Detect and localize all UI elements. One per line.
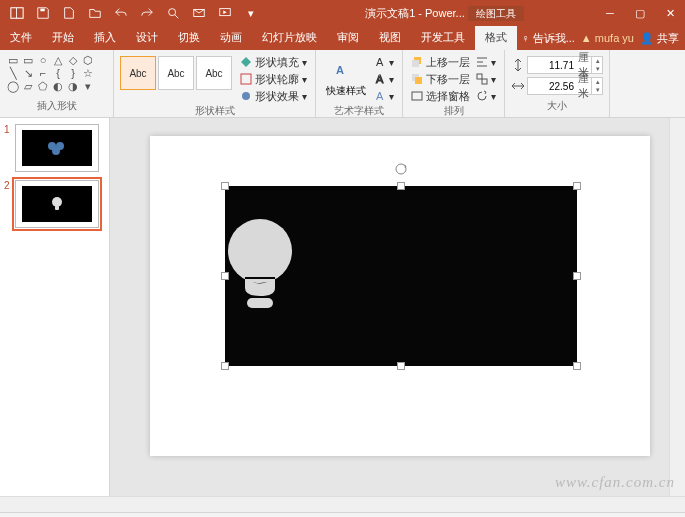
tab-insert[interactable]: 插入 (84, 26, 126, 50)
svg-rect-2 (40, 9, 44, 12)
style-preset-3[interactable]: Abc (196, 56, 232, 90)
svg-point-7 (242, 92, 250, 100)
height-input[interactable]: 厘米▴▾ (527, 56, 603, 74)
start-slideshow-icon[interactable] (212, 0, 238, 26)
maximize-icon[interactable]: ▢ (625, 0, 655, 26)
new-icon[interactable] (56, 0, 82, 26)
lightbulb-icon (225, 216, 295, 316)
workspace: 1 2 (0, 118, 685, 496)
text-outline-icon[interactable]: A▾ (372, 71, 396, 87)
rotate-icon[interactable]: ▾ (474, 88, 498, 104)
style-preset-1[interactable]: Abc (120, 56, 156, 90)
vertical-scrollbar[interactable] (669, 118, 685, 496)
svg-text:A: A (376, 56, 384, 68)
send-backward-button[interactable]: 下移一层 (409, 71, 472, 87)
group-icon[interactable]: ▾ (474, 71, 498, 87)
resize-handle[interactable] (397, 362, 405, 370)
resize-handle[interactable] (397, 182, 405, 190)
status-bar: 幻灯片 第 2 张，共 2 张 "Office 主题" 中文(中国) ≣ 备注 … (0, 512, 685, 517)
contextual-tab-label: 绘图工具 (468, 6, 524, 21)
tab-animations[interactable]: 动画 (210, 26, 252, 50)
svg-point-22 (52, 197, 62, 207)
width-icon (511, 79, 525, 93)
ribbon: ▭▭○△◇⬡ ╲↘⌐{}☆ ◯▱⬠◐◑▾ 插入形状 Abc Abc Abc 形状… (0, 50, 685, 118)
shape-outline-button[interactable]: 形状轮廓 ▾ (238, 71, 309, 87)
shapes-gallery[interactable]: ▭▭○△◇⬡ ╲↘⌐{}☆ ◯▱⬠◐◑▾ (6, 52, 95, 92)
style-preset-2[interactable]: Abc (158, 56, 194, 90)
print-preview-icon[interactable] (160, 0, 186, 26)
slide-thumbnail-1[interactable] (15, 124, 99, 172)
close-icon[interactable]: ✕ (655, 0, 685, 26)
slide-thumbnails: 1 2 (0, 118, 110, 496)
rotate-handle[interactable] (394, 162, 408, 176)
tab-review[interactable]: 审阅 (327, 26, 369, 50)
shape-effects-button[interactable]: 形状效果 ▾ (238, 88, 309, 104)
svg-text:A: A (376, 73, 384, 85)
selection-pane-button[interactable]: 选择窗格 (409, 88, 472, 104)
svg-point-3 (169, 9, 176, 16)
group-arrange: 上移一层 下移一层 选择窗格 ▾ ▾ ▾ 排列 (403, 50, 505, 117)
tab-format[interactable]: 格式 (475, 26, 517, 50)
svg-text:A: A (336, 64, 344, 76)
svg-rect-26 (247, 298, 273, 308)
resize-handle[interactable] (221, 362, 229, 370)
shape-fill-button[interactable]: 形状填充 ▾ (238, 54, 309, 70)
thumb-number: 1 (4, 124, 12, 172)
ribbon-tabs: 文件 开始 插入 设计 切换 动画 幻灯片放映 审阅 视图 开发工具 格式 ♀ … (0, 26, 685, 50)
slide[interactable] (150, 136, 650, 456)
tab-transitions[interactable]: 切换 (168, 26, 210, 50)
group-insert-shapes: ▭▭○△◇⬡ ╲↘⌐{}☆ ◯▱⬠◐◑▾ 插入形状 (0, 50, 114, 117)
group-wordart-styles: A 快速样式 A▾ A▾ A▾ 艺术字样式 (316, 50, 403, 117)
resize-handle[interactable] (573, 182, 581, 190)
thumb-number: 2 (4, 180, 12, 228)
svg-text:A: A (376, 90, 384, 102)
group-label: 插入形状 (6, 99, 107, 115)
minimize-icon[interactable]: ─ (595, 0, 625, 26)
svg-point-25 (228, 219, 292, 283)
horizontal-scrollbar[interactable] (0, 496, 685, 512)
svg-point-21 (52, 147, 60, 155)
svg-rect-6 (241, 74, 251, 84)
bring-forward-button[interactable]: 上移一层 (409, 54, 472, 70)
group-label: 大小 (511, 99, 603, 115)
text-effects-icon[interactable]: A▾ (372, 88, 396, 104)
svg-rect-17 (477, 74, 482, 79)
quick-styles-button[interactable]: A 快速样式 (322, 52, 370, 100)
tab-file[interactable]: 文件 (0, 26, 42, 50)
slide-thumbnail-2[interactable] (15, 180, 99, 228)
qat-more-icon[interactable]: ▾ (238, 0, 264, 26)
open-icon[interactable] (82, 0, 108, 26)
tab-slideshow[interactable]: 幻灯片放映 (252, 26, 327, 50)
resize-handle[interactable] (573, 362, 581, 370)
tab-devtools[interactable]: 开发工具 (411, 26, 475, 50)
tab-design[interactable]: 设计 (126, 26, 168, 50)
svg-rect-15 (415, 77, 422, 84)
svg-rect-1 (16, 8, 17, 19)
svg-rect-23 (55, 206, 59, 210)
resize-handle[interactable] (573, 272, 581, 280)
width-input[interactable]: 厘米▴▾ (527, 77, 603, 95)
group-size: 厘米▴▾ 厘米▴▾ 大小 (505, 50, 610, 117)
app-icon[interactable] (4, 0, 30, 26)
resize-handle[interactable] (221, 182, 229, 190)
watermark: www.cfan.com.cn (555, 474, 675, 491)
svg-rect-18 (482, 79, 487, 84)
tell-me[interactable]: ♀ 告诉我... (521, 31, 574, 46)
tab-home[interactable]: 开始 (42, 26, 84, 50)
tab-view[interactable]: 视图 (369, 26, 411, 50)
height-icon (511, 58, 525, 72)
undo-icon[interactable] (108, 0, 134, 26)
align-icon[interactable]: ▾ (474, 54, 498, 70)
user-name[interactable]: ▲ mufa yu (581, 32, 634, 44)
redo-icon[interactable] (134, 0, 160, 26)
slide-canvas[interactable] (110, 118, 669, 496)
svg-rect-16 (412, 92, 422, 100)
text-fill-icon[interactable]: A▾ (372, 54, 396, 70)
selected-shape[interactable] (225, 186, 577, 366)
resize-handle[interactable] (221, 272, 229, 280)
quick-access-toolbar: ▾ (0, 0, 264, 26)
save-icon[interactable] (30, 0, 56, 26)
share-button[interactable]: 👤 共享 (640, 31, 679, 46)
title-bar: ▾ 演示文稿1 - Power... 绘图工具 ─ ▢ ✕ (0, 0, 685, 26)
mail-icon[interactable] (186, 0, 212, 26)
